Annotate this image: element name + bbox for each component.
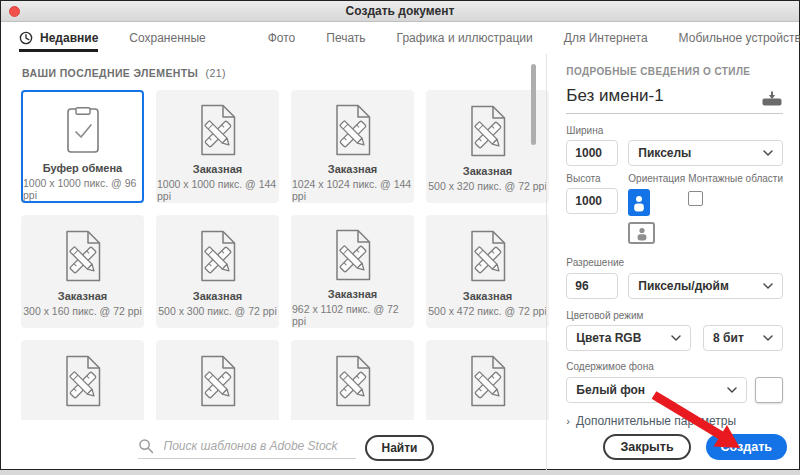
tab[interactable]: Недавние: [19, 22, 98, 54]
background-value: Белый фон: [576, 383, 645, 397]
resolution-unit-select[interactable]: Пикселы/дюйм: [628, 273, 783, 299]
tab[interactable]: Графика и иллюстрации: [397, 22, 533, 54]
color-mode-value: Цвета RGB: [576, 331, 641, 345]
card-subtitle: 500 x 320 пикс. @ 72 ppi: [428, 180, 547, 192]
recent-item-card[interactable]: [426, 340, 549, 420]
custom-document-icon: [63, 355, 103, 407]
search-icon: [138, 438, 154, 454]
advanced-options-label: Дополнительные параметры: [576, 414, 736, 428]
recent-item-card[interactable]: Заказная 1024 x 1024 пикс. @ 144 ppi: [291, 90, 414, 203]
background-select[interactable]: Белый фон: [566, 377, 747, 403]
landscape-orientation-icon: [635, 226, 649, 241]
width-unit-select[interactable]: Пикселы: [628, 140, 783, 166]
card-subtitle: 1000 x 1000 пикс. @ 96 ppi: [23, 177, 142, 201]
custom-document-icon: [468, 105, 508, 157]
tab-bar: Недавние Сохраненные Фото Печать Графика…: [1, 22, 799, 54]
recent-item-card[interactable]: Заказная 962 x 1102 пикс. @ 72 ppi: [291, 215, 414, 328]
recent-item-card[interactable]: Буфер обмена 1000 x 1000 пикс. @ 96 ppi: [21, 90, 144, 203]
portrait-orientation-button[interactable]: [628, 189, 650, 216]
card-title: Заказная: [463, 290, 512, 302]
window-close-button[interactable]: [9, 6, 20, 17]
tab-label: Графика и иллюстрации: [397, 31, 533, 45]
custom-document-icon: [333, 104, 373, 156]
tab[interactable]: Сохраненные: [129, 22, 205, 54]
find-button[interactable]: Найти: [365, 435, 435, 461]
bit-depth-select[interactable]: 8 бит: [703, 325, 783, 351]
custom-document-icon: [198, 230, 238, 282]
tab-label: Мобильное устройство: [679, 31, 800, 45]
card-subtitle: 500 x 472 пикс. @ 72 ppi: [428, 305, 547, 317]
clock-icon: [19, 31, 33, 45]
recent-count: (21): [206, 67, 226, 79]
resolution-label: Разрешение: [566, 257, 783, 268]
orientation-label: Ориентация: [628, 173, 688, 184]
close-button[interactable]: Закрыть: [603, 434, 690, 460]
chevron-down-icon: [671, 335, 681, 341]
background-color-swatch[interactable]: [755, 377, 783, 403]
chevron-down-icon: [763, 283, 773, 289]
advanced-options-toggle[interactable]: › Дополнительные параметры: [566, 414, 783, 428]
card-subtitle: 500 x 300 пикс. @ 72 ppi: [158, 305, 277, 317]
landscape-orientation-button[interactable]: [628, 222, 655, 244]
card-title: Заказная: [58, 290, 107, 302]
card-subtitle: 1000 x 1000 пикс. @ 144 ppi: [157, 178, 278, 202]
tab[interactable]: Фото: [268, 22, 296, 54]
tab[interactable]: Для Интернета: [564, 22, 648, 54]
background-label: Содержимое фона: [566, 361, 783, 372]
bit-depth-value: 8 бит: [713, 331, 744, 345]
recent-documents-area: ВАШИ ПОСЛЕДНИЕ ЭЛЕМЕНТЫ (21) Буфер обмен…: [1, 54, 546, 470]
preset-details-panel: ПОДРОБНЫЕ СВЕДЕНИЯ О СТИЛЕ Без имени-1 Ш…: [546, 54, 799, 470]
recent-item-card[interactable]: [156, 340, 279, 420]
resolution-input[interactable]: [566, 273, 618, 299]
tab-label: Недавние: [40, 31, 98, 45]
new-document-dialog: Создать документ Недавние Сохраненные Фо…: [0, 0, 800, 470]
clipboard-check-icon: [63, 104, 103, 156]
width-label: Ширина: [566, 125, 783, 136]
chevron-down-icon: [763, 150, 773, 156]
tab[interactable]: Печать: [326, 22, 365, 54]
chevron-down-icon: [763, 335, 773, 341]
card-title: Заказная: [328, 288, 377, 300]
recent-item-card[interactable]: Заказная 1000 x 1000 пикс. @ 144 ppi: [156, 90, 279, 203]
tab-label: Сохраненные: [129, 31, 205, 45]
recent-item-card[interactable]: Заказная 500 x 472 пикс. @ 72 ppi: [426, 215, 549, 328]
height-input[interactable]: [566, 188, 618, 214]
custom-document-icon: [468, 230, 508, 282]
width-input[interactable]: [566, 140, 618, 166]
artboards-label: Монтажные области: [688, 173, 783, 184]
card-title: Заказная: [193, 163, 242, 175]
color-mode-select[interactable]: Цвета RGB: [566, 325, 691, 351]
custom-document-icon: [198, 104, 238, 156]
height-label: Высота: [566, 173, 628, 184]
stock-search-row: Найти: [1, 435, 571, 461]
vertical-scrollbar[interactable]: [531, 64, 536, 145]
create-button[interactable]: Создать: [706, 434, 787, 460]
card-title: Буфер обмена: [43, 162, 123, 174]
custom-document-icon: [333, 229, 373, 281]
recent-cards-viewport: Буфер обмена 1000 x 1000 пикс. @ 96 ppi: [21, 90, 549, 420]
panel-header: ПОДРОБНЫЕ СВЕДЕНИЯ О СТИЛЕ: [566, 66, 783, 77]
recent-item-card[interactable]: Заказная 500 x 300 пикс. @ 72 ppi: [156, 215, 279, 328]
card-subtitle: 1024 x 1024 пикс. @ 144 ppi: [292, 178, 413, 202]
recent-cards-grid: Буфер обмена 1000 x 1000 пикс. @ 96 ppi: [21, 90, 549, 420]
width-unit-value: Пикселы: [638, 146, 691, 160]
recent-item-card[interactable]: [291, 340, 414, 420]
recent-item-card[interactable]: Заказная 300 x 160 пикс. @ 72 ppi: [21, 215, 144, 328]
custom-document-icon: [63, 230, 103, 282]
card-title: Заказная: [328, 163, 377, 175]
artboards-checkbox[interactable]: [688, 191, 703, 206]
card-title: Заказная: [193, 290, 242, 302]
tab[interactable]: Мобильное устройство: [679, 22, 800, 54]
card-title: Заказная: [463, 165, 512, 177]
save-preset-icon[interactable]: [761, 91, 783, 106]
recent-item-card[interactable]: [21, 340, 144, 420]
custom-document-icon: [198, 355, 238, 407]
custom-document-icon: [468, 355, 508, 407]
card-subtitle: 962 x 1102 пикс. @ 72 ppi: [292, 303, 413, 327]
chevron-down-icon: [727, 387, 737, 393]
document-name-field[interactable]: Без имени-1: [566, 86, 761, 106]
stock-search-input[interactable]: [162, 438, 356, 454]
disclosure-caret-icon: ›: [566, 415, 570, 427]
window-title: Создать документ: [346, 4, 455, 18]
card-subtitle: 300 x 160 пикс. @ 72 ppi: [23, 305, 142, 317]
